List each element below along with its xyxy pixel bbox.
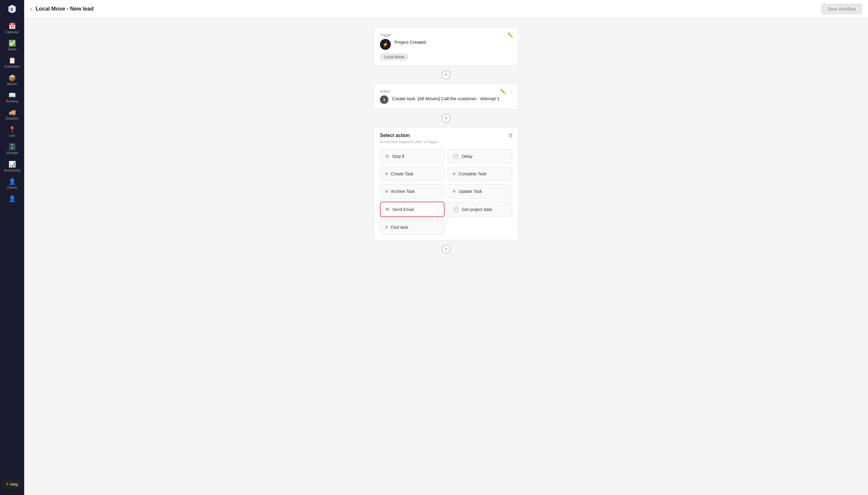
send-email-label: Send Email bbox=[392, 207, 414, 212]
add-step-button-2[interactable]: + bbox=[441, 114, 451, 123]
clients-icon: 👤 bbox=[9, 178, 16, 184]
sidebar-label-clients: Clients bbox=[7, 186, 17, 190]
action-number: 1 bbox=[380, 96, 388, 104]
create-task-label: Create Task bbox=[391, 171, 413, 176]
delay-label: Delay bbox=[462, 154, 473, 159]
page-title: Local Move - New lead bbox=[36, 6, 818, 12]
action-label: Action bbox=[380, 89, 512, 93]
action-grid: ⊙ Stop If 🕐 Delay ≡ Create Task ≡ Comple… bbox=[380, 149, 512, 235]
sidebar-label-tasks: Tasks bbox=[8, 47, 16, 51]
estimates-icon: 📋 bbox=[9, 57, 16, 63]
live-icon: 📍 bbox=[9, 126, 16, 133]
sidebar-label-live: Live bbox=[9, 134, 15, 138]
archive-task-label: Archive Task bbox=[391, 189, 415, 194]
profile-icon: 👤 bbox=[9, 195, 16, 202]
trigger-tag-label: Local Move bbox=[380, 53, 408, 61]
sidebar-label-dispatch: Dispatch bbox=[6, 117, 19, 120]
action-button-update-task[interactable]: ≡ Update Task bbox=[448, 184, 512, 199]
trigger-card-actions: ✏️ bbox=[507, 32, 514, 38]
save-workflow-button[interactable]: Save Workflow bbox=[821, 4, 862, 14]
select-action-subtitle: Event that happens after a trigger bbox=[380, 139, 512, 144]
sidebar-item-accounting[interactable]: 📊 Accounting bbox=[0, 158, 24, 175]
sidebar-item-booking[interactable]: 📖 Booking bbox=[0, 89, 24, 106]
dispatch-icon: 🚚 bbox=[9, 109, 16, 115]
add-step-button-3[interactable]: + bbox=[441, 244, 451, 254]
action-title-row: 1 Create task: [All Moves] Call the cust… bbox=[380, 96, 512, 104]
more-action-icon[interactable]: ⋮ bbox=[508, 89, 514, 95]
sidebar-label-accounting: Accounting bbox=[4, 168, 20, 172]
trigger-tag: Local Move bbox=[380, 50, 512, 61]
tasks-icon: ✅ bbox=[9, 40, 16, 46]
stop-if-icon: ⊙ bbox=[385, 153, 389, 159]
sidebar-label-booking: Booking bbox=[6, 99, 18, 103]
sidebar-label-calendar: Calendar bbox=[5, 30, 19, 34]
sidebar-item-calendar[interactable]: 📅 Calendar bbox=[0, 20, 24, 37]
help-icon: ? bbox=[6, 482, 8, 487]
complete-task-icon: ≡ bbox=[453, 171, 455, 176]
action-button-archive-task[interactable]: ≡ Archive Task bbox=[380, 184, 445, 199]
sidebar-item-live[interactable]: 📍 Live bbox=[0, 123, 24, 141]
sidebar-item-storage[interactable]: 🗄️ Storage bbox=[0, 141, 24, 158]
calendar-icon: 📅 bbox=[9, 23, 16, 29]
help-button[interactable]: ? Help bbox=[1, 480, 23, 489]
app-logo: S bbox=[6, 3, 18, 15]
svg-text:S: S bbox=[10, 7, 13, 12]
sidebar-label-storage: Storage bbox=[6, 151, 18, 155]
accounting-icon: 📊 bbox=[9, 161, 16, 167]
trigger-icon: ⚡ bbox=[380, 39, 391, 50]
action-card-actions: ✏️ ⋮ bbox=[500, 89, 514, 95]
back-button[interactable]: ‹ bbox=[30, 6, 32, 12]
action-card: Action 1 Create task: [All Moves] Call t… bbox=[373, 84, 519, 109]
get-project-data-label: Get project data bbox=[462, 207, 492, 212]
action-button-send-email[interactable]: ✉ Send Email bbox=[380, 202, 445, 217]
sidebar-item-profile[interactable]: 👤 bbox=[0, 192, 24, 205]
sidebar-label-estimates: Estimates bbox=[5, 65, 19, 69]
find-task-icon: ≡ bbox=[385, 225, 388, 230]
stop-if-label: Stop If bbox=[392, 154, 404, 159]
update-task-label: Update Task bbox=[458, 189, 482, 194]
delay-icon: 🕐 bbox=[453, 153, 459, 159]
sidebar: S 📅 Calendar ✅ Tasks 📋 Estimates 📦 Moves… bbox=[0, 0, 24, 495]
action-button-delay[interactable]: 🕐 Delay bbox=[448, 149, 512, 164]
create-task-icon: ≡ bbox=[385, 171, 388, 176]
action-button-create-task[interactable]: ≡ Create Task bbox=[380, 167, 445, 181]
archive-task-icon: ≡ bbox=[385, 189, 388, 194]
action-button-stop-if[interactable]: ⊙ Stop If bbox=[380, 149, 445, 164]
main-area: ‹ Local Move - New lead Save Workflow Tr… bbox=[24, 0, 868, 495]
delete-action-button[interactable]: 🗑 bbox=[508, 132, 514, 139]
booking-icon: 📖 bbox=[9, 92, 16, 98]
sidebar-item-clients[interactable]: 👤 Clients bbox=[0, 175, 24, 192]
sidebar-item-moves[interactable]: 📦 Moves bbox=[0, 72, 24, 89]
action-title: Create task: [All Moves] Call the custom… bbox=[392, 96, 512, 102]
back-icon: ‹ bbox=[30, 6, 32, 12]
workflow-canvas: Trigger ⚡ Project Created ✏️ Local Move … bbox=[24, 18, 868, 495]
update-task-icon: ≡ bbox=[453, 189, 455, 194]
add-step-button-1[interactable]: + bbox=[441, 70, 451, 79]
select-action-title: Select action bbox=[380, 133, 512, 138]
complete-task-label: Complete Task bbox=[458, 171, 486, 176]
moves-icon: 📦 bbox=[9, 75, 16, 81]
trigger-title-row: ⚡ Project Created bbox=[380, 39, 512, 50]
sidebar-item-tasks[interactable]: ✅ Tasks bbox=[0, 37, 24, 54]
get-project-data-icon: 🕐 bbox=[453, 206, 459, 212]
sidebar-label-moves: Moves bbox=[7, 82, 17, 86]
action-button-complete-task[interactable]: ≡ Complete Task bbox=[448, 167, 512, 181]
trigger-card: Trigger ⚡ Project Created ✏️ Local Move bbox=[373, 27, 519, 66]
edit-trigger-icon[interactable]: ✏️ bbox=[507, 32, 514, 38]
action-button-get-project-data[interactable]: 🕐 Get project data bbox=[448, 202, 512, 217]
sidebar-item-dispatch[interactable]: 🚚 Dispatch bbox=[0, 106, 24, 123]
help-label: Help bbox=[10, 482, 18, 487]
edit-action-icon[interactable]: ✏️ bbox=[500, 89, 506, 95]
select-action-card: Select action Event that happens after a… bbox=[373, 127, 519, 240]
find-task-label: Find task bbox=[391, 225, 408, 230]
trigger-title: Project Created bbox=[395, 39, 512, 45]
header: ‹ Local Move - New lead Save Workflow bbox=[24, 0, 868, 18]
trigger-label: Trigger bbox=[380, 33, 512, 37]
action-button-find-task[interactable]: ≡ Find task bbox=[380, 220, 445, 235]
sidebar-item-estimates[interactable]: 📋 Estimates bbox=[0, 54, 24, 71]
storage-icon: 🗄️ bbox=[9, 144, 16, 150]
send-email-icon: ✉ bbox=[385, 206, 389, 212]
